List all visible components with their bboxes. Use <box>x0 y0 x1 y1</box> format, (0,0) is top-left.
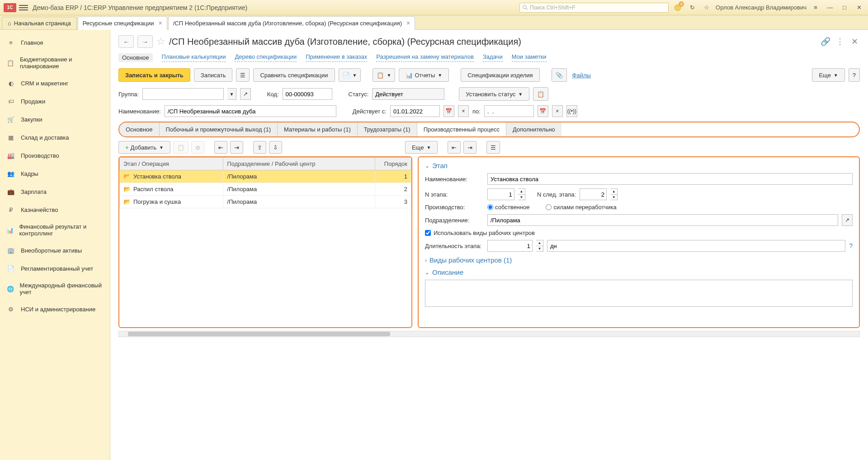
list-view-button[interactable]: ☰ <box>236 68 250 82</box>
close-page-icon[interactable]: ✕ <box>849 36 860 47</box>
sidebar-item-budget[interactable]: 📋Бюджетирование и планирование <box>0 52 110 74</box>
sidebar-item-warehouse[interactable]: ▦Склад и доставка <box>0 128 110 146</box>
expand-left-button[interactable]: ⇤ <box>448 141 461 154</box>
col-department[interactable]: Подразделение / Рабочий центр <box>223 158 375 170</box>
stage-section-header[interactable]: ⌄Этап <box>425 162 853 169</box>
compare-button[interactable]: Сравнить спецификации <box>253 68 335 82</box>
move-down-button[interactable]: ⇩ <box>269 141 282 154</box>
tab-resource-specs[interactable]: Ресурсные спецификации × <box>78 16 167 30</box>
link-notes[interactable]: Мои заметки <box>512 53 547 62</box>
sidebar-item-assets[interactable]: 🏢Внеоборотные активы <box>0 241 110 259</box>
duration-unit-input[interactable] <box>547 240 845 252</box>
status-info-button[interactable]: 📋 <box>533 87 548 101</box>
expand-right-button[interactable]: ⇥ <box>463 141 476 154</box>
link-replacements[interactable]: Разрешения на замену материалов <box>376 53 474 62</box>
stage-n-input[interactable] <box>487 188 514 200</box>
help-button[interactable]: ? <box>849 68 860 82</box>
sidebar-item-purchases[interactable]: 🛒Закупки <box>0 110 110 128</box>
add-button[interactable]: + Добавить▼ <box>118 141 170 154</box>
horizontal-scrollbar[interactable] <box>118 331 860 337</box>
stage-n-spinner[interactable]: ▲▼ <box>518 188 525 200</box>
sidebar-item-production[interactable]: 🏭Производство <box>0 146 110 164</box>
valid-to-input[interactable] <box>484 105 534 117</box>
detail-name-input[interactable] <box>487 173 853 185</box>
sidebar-item-ifrs[interactable]: 🌐Международный финансовый учет <box>0 277 110 300</box>
close-button[interactable]: ✕ <box>854 2 864 13</box>
minimize-button[interactable]: — <box>825 2 835 13</box>
view-mode-button[interactable]: ☰ <box>486 141 500 154</box>
sidebar-item-crm[interactable]: ◐CRM и маркетинг <box>0 74 110 92</box>
sidebar-item-admin[interactable]: ⚙НСИ и администрирование <box>0 300 110 318</box>
use-workcenters-checkbox[interactable]: Использовать виды рабочих центров <box>425 230 535 236</box>
more-menu-icon[interactable]: ⋮ <box>835 36 845 47</box>
next-n-input[interactable] <box>580 188 607 200</box>
clear-date-button[interactable]: × <box>458 105 469 117</box>
copy-button[interactable]: 📋▼ <box>373 68 395 82</box>
col-order[interactable]: Порядок <box>375 158 411 170</box>
history-icon[interactable]: ↻ <box>687 2 698 13</box>
hierarchy-left-button[interactable]: ⇤ <box>214 141 227 154</box>
link-tree[interactable]: Дерево спецификации <box>235 53 297 62</box>
valid-from-input[interactable] <box>390 105 440 117</box>
intab-labor[interactable]: Трудозатраты (1) <box>358 122 417 136</box>
group-open-button[interactable]: ↗ <box>240 88 251 100</box>
workcenters-section-header[interactable]: ›Виды рабочих центров (1) <box>425 256 853 264</box>
nav-forward-button[interactable]: → <box>137 35 153 48</box>
delete-row-button[interactable]: ⊘ <box>191 141 204 154</box>
description-textarea[interactable] <box>425 280 853 307</box>
intab-additional[interactable]: Дополнительно <box>506 122 561 136</box>
link-tasks[interactable]: Задачи <box>483 53 503 62</box>
code-input[interactable] <box>283 88 332 100</box>
duration-help-icon[interactable]: ? <box>849 242 853 249</box>
duration-spinner[interactable]: ▲▼ <box>536 240 543 252</box>
tab-home[interactable]: ⌂ Начальная страница <box>2 17 77 29</box>
group-input[interactable] <box>142 88 224 100</box>
name-input[interactable] <box>165 105 336 117</box>
sidebar-item-hr[interactable]: 👥Кадры <box>0 164 110 183</box>
col-operation[interactable]: Этап / Операция <box>120 158 223 170</box>
intab-materials[interactable]: Материалы и работы (1) <box>278 122 358 136</box>
copy-row-button[interactable]: 📋 <box>173 141 189 154</box>
sidebar-item-treasury[interactable]: ₽Казначейство <box>0 201 110 219</box>
table-row[interactable]: 📂Установка ствола /Пилорама 1 <box>120 170 411 183</box>
favorite-star-icon[interactable]: ☆ <box>156 36 165 47</box>
maximize-button[interactable]: □ <box>839 2 850 13</box>
tab-spec-detail[interactable]: /СП Необрезанный массив дуба (Изготовлен… <box>168 16 415 30</box>
global-search[interactable]: Поиск Ctrl+Shift+F <box>519 3 669 13</box>
more-button[interactable]: Еще▼ <box>812 68 844 82</box>
sidebar-item-finresult[interactable]: 📊Финансовый результат и контроллинг <box>0 219 110 241</box>
create-from-button[interactable]: 📄▼ <box>339 68 361 82</box>
clear-to-button[interactable]: × <box>552 105 563 117</box>
link-main[interactable]: Основное <box>118 53 153 62</box>
close-icon[interactable]: × <box>406 19 410 27</box>
favorites-icon[interactable]: ☆ <box>701 2 712 13</box>
date-picker-to-button[interactable]: 📅 <box>538 105 548 117</box>
group-dropdown-button[interactable]: ▼ <box>227 88 236 100</box>
description-section-header[interactable]: ⌄Описание <box>425 268 853 276</box>
production-ext-radio[interactable]: силами переработчика <box>546 204 616 211</box>
department-input[interactable] <box>487 214 838 226</box>
hierarchy-right-button[interactable]: ⇥ <box>230 141 243 154</box>
sidebar-item-sales[interactable]: 🏷Продажи <box>0 92 110 110</box>
link-plancalc[interactable]: Плановые калькуляции <box>162 53 226 62</box>
link-icon[interactable]: 🔗 <box>820 36 831 47</box>
close-icon[interactable]: × <box>159 19 162 27</box>
files-link[interactable]: Файлы <box>572 72 591 79</box>
duration-input[interactable] <box>487 240 533 252</box>
table-row[interactable]: 📂Погрузка и сушка /Пилорама 3 <box>120 196 411 208</box>
sidebar-item-salary[interactable]: 💼Зарплата <box>0 183 110 201</box>
scroll-thumb[interactable] <box>128 332 390 336</box>
intab-side-output[interactable]: Побочный и промежуточный выход (1) <box>160 122 278 136</box>
reports-button[interactable]: 📊 Отчеты▼ <box>399 68 449 82</box>
notifications-icon[interactable]: 4 <box>672 2 683 13</box>
settings-icon[interactable]: ≡ <box>810 2 821 13</box>
broadcast-button[interactable]: ((•)) <box>566 105 577 117</box>
department-open-button[interactable]: ↗ <box>842 214 853 226</box>
attach-button[interactable]: 📎 <box>552 68 567 82</box>
date-picker-button[interactable]: 📅 <box>443 105 454 117</box>
set-status-button[interactable]: Установить статус▼ <box>459 87 529 101</box>
table-row[interactable]: 📂Распил ствола /Пилорама 2 <box>120 183 411 196</box>
nav-back-button[interactable]: ← <box>118 35 134 48</box>
production-own-radio[interactable]: собственное <box>487 204 529 211</box>
next-n-spinner[interactable]: ▲▼ <box>610 188 618 200</box>
